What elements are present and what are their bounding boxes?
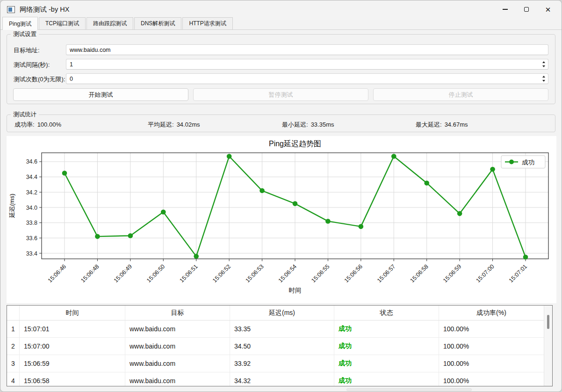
svg-text:成功: 成功 xyxy=(522,159,534,166)
svg-text:33.6: 33.6 xyxy=(26,235,37,242)
count-field xyxy=(66,73,548,84)
app-window: 网络测试 -by HX ✕ Ping测试 TCP端口测试 路由跟踪测试 DNS解… xyxy=(0,0,562,392)
svg-text:15:06:48: 15:06:48 xyxy=(79,263,100,284)
svg-text:15:07:01: 15:07:01 xyxy=(508,263,528,284)
cell-target: www.baidu.com xyxy=(125,372,230,386)
spin-up-icon[interactable] xyxy=(540,60,548,64)
svg-text:33.4: 33.4 xyxy=(26,250,37,257)
svg-text:34.0: 34.0 xyxy=(26,205,37,211)
col-header-status: 状态 xyxy=(334,306,439,320)
maximize-button[interactable] xyxy=(516,0,537,18)
maximize-icon xyxy=(524,7,529,12)
svg-text:15:06:57: 15:06:57 xyxy=(376,263,396,284)
interval-input[interactable] xyxy=(66,59,548,70)
table-row[interactable]: 3 15:06:59 www.baidu.com 33.92 成功 100.00… xyxy=(7,355,544,372)
tab-bar: Ping测试 TCP端口测试 路由跟踪测试 DNS解析测试 HTTP请求测试 xyxy=(0,18,562,30)
horizontal-scrollbar-thumb[interactable] xyxy=(346,388,472,391)
tab-http-test[interactable]: HTTP请求测试 xyxy=(182,17,232,29)
cell-rate: 100.00% xyxy=(439,355,544,372)
results-table-grid: 时间 目标 延迟(ms) 状态 成功率(%) 1 15:07:01 www.ba… xyxy=(7,306,544,386)
table-row[interactable]: 4 15:06:58 www.baidu.com 34.32 成功 100.00… xyxy=(7,372,544,386)
cell-latency: 34.32 xyxy=(230,372,334,386)
title-bar: 网络测试 -by HX ✕ xyxy=(0,0,562,18)
table-vertical-scrollbar[interactable] xyxy=(544,306,552,386)
svg-text:Ping延迟趋势图: Ping延迟趋势图 xyxy=(269,140,321,148)
svg-text:15:06:50: 15:06:50 xyxy=(145,263,166,284)
minimize-button[interactable] xyxy=(494,0,516,18)
cell-rate: 100.00% xyxy=(439,321,544,337)
app-icon xyxy=(7,6,15,13)
interval-spinner xyxy=(540,60,548,69)
window-controls: ✕ xyxy=(494,0,559,18)
svg-text:15:06:58: 15:06:58 xyxy=(409,263,430,284)
success-rate-stat: 成功率:100.00% xyxy=(14,121,61,129)
cell-status: 成功 xyxy=(334,355,439,372)
table-header-row: 时间 目标 延迟(ms) 状态 成功率(%) xyxy=(7,306,544,321)
count-input[interactable] xyxy=(66,73,548,84)
cell-target: www.baidu.com xyxy=(125,321,230,337)
stop-test-button[interactable]: 停止测试 xyxy=(373,88,548,101)
svg-text:15:06:53: 15:06:53 xyxy=(244,263,265,284)
cell-target: www.baidu.com xyxy=(125,355,230,372)
target-address-label: 目标地址: xyxy=(14,46,40,55)
avg-latency-stat: 平均延迟:34.02ms xyxy=(148,121,200,129)
count-label: 测试次数(0为无限): xyxy=(14,75,65,84)
cell-rate: 100.00% xyxy=(439,338,544,355)
min-latency-stat: 最小延迟:33.35ms xyxy=(282,121,334,129)
results-table: 时间 目标 延迟(ms) 状态 成功率(%) 1 15:07:01 www.ba… xyxy=(7,305,553,386)
tab-dns-test[interactable]: DNS解析测试 xyxy=(134,17,181,29)
row-number: 1 xyxy=(7,321,20,337)
minimize-icon xyxy=(503,9,508,9)
row-number-header xyxy=(7,306,20,320)
scrollbar-thumb[interactable] xyxy=(547,315,549,329)
svg-text:33.8: 33.8 xyxy=(26,220,37,226)
cell-status: 成功 xyxy=(334,338,439,355)
spin-down-icon[interactable] xyxy=(540,79,548,84)
tab-tcp-port-test[interactable]: TCP端口测试 xyxy=(39,17,86,29)
col-header-latency: 延迟(ms) xyxy=(230,306,334,320)
max-latency-stat: 最大延迟:34.67ms xyxy=(416,121,468,129)
stats-groupbox: 测试统计 xyxy=(7,114,555,132)
svg-text:15:06:59: 15:06:59 xyxy=(442,263,462,284)
tab-ping-test[interactable]: Ping测试 xyxy=(2,17,38,30)
svg-text:15:06:55: 15:06:55 xyxy=(310,263,331,284)
cell-time: 15:06:59 xyxy=(20,355,125,372)
pause-test-button[interactable]: 暂停测试 xyxy=(193,88,368,101)
window-title: 网络测试 -by HX xyxy=(20,5,69,14)
table-row[interactable]: 2 15:07:00 www.baidu.com 34.50 成功 100.00… xyxy=(7,338,544,355)
row-number: 4 xyxy=(7,372,20,386)
cell-rate: 100.00% xyxy=(439,372,544,386)
svg-text:15:06:49: 15:06:49 xyxy=(113,263,133,284)
col-header-time: 时间 xyxy=(20,306,125,320)
cell-status: 成功 xyxy=(334,321,439,337)
cell-time: 15:07:01 xyxy=(20,321,125,337)
row-number: 2 xyxy=(7,338,20,355)
spin-down-icon[interactable] xyxy=(540,64,548,69)
row-number: 3 xyxy=(7,355,20,372)
close-icon: ✕ xyxy=(545,6,551,13)
close-button[interactable]: ✕ xyxy=(537,0,559,18)
svg-text:34.4: 34.4 xyxy=(26,174,37,180)
cell-target: www.baidu.com xyxy=(125,338,230,355)
cell-latency: 33.92 xyxy=(230,355,334,372)
col-header-rate: 成功率(%) xyxy=(439,306,544,320)
cell-time: 15:07:00 xyxy=(20,338,125,355)
table-row[interactable]: 1 15:07:01 www.baidu.com 33.35 成功 100.00… xyxy=(7,321,544,338)
tab-traceroute-test[interactable]: 路由跟踪测试 xyxy=(86,17,133,29)
svg-text:时间: 时间 xyxy=(289,287,302,294)
spin-up-icon[interactable] xyxy=(540,74,548,79)
cell-latency: 34.50 xyxy=(230,338,334,355)
col-header-target: 目标 xyxy=(125,306,230,320)
target-address-input[interactable] xyxy=(66,44,548,55)
count-spinner xyxy=(540,74,548,83)
svg-text:34.6: 34.6 xyxy=(26,158,37,165)
cell-status: 成功 xyxy=(334,372,439,386)
svg-text:延迟(ms): 延迟(ms) xyxy=(8,194,15,218)
svg-text:34.2: 34.2 xyxy=(26,189,37,196)
svg-text:15:06:54: 15:06:54 xyxy=(277,263,298,284)
settings-group-title: 测试设置 xyxy=(11,30,39,38)
ping-chart: 33.433.633.834.034.234.434.615:06:4615:0… xyxy=(7,136,556,303)
ping-chart-svg: 33.433.633.834.034.234.434.615:06:4615:0… xyxy=(7,136,556,303)
start-test-button[interactable]: 开始测试 xyxy=(13,88,188,101)
interval-field xyxy=(66,59,548,70)
